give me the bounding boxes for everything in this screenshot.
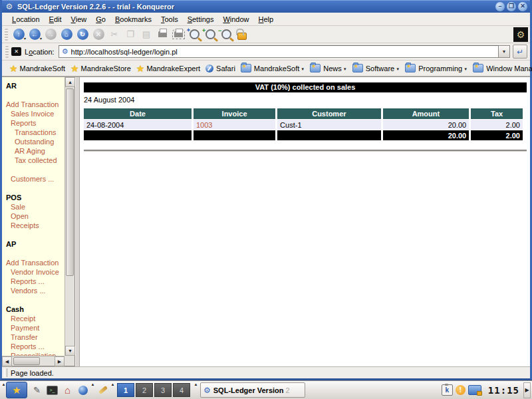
klipper-icon[interactable]: k xyxy=(442,384,453,396)
column-header-invoice[interactable]: Invoice xyxy=(194,108,275,119)
applet-handle[interactable]: ▲ xyxy=(110,382,115,398)
sidebar-item-transactions[interactable]: Transactions xyxy=(6,128,63,137)
pager-desktop-1[interactable]: 1 xyxy=(117,383,134,397)
sidebar-item-tax-collected[interactable]: Tax collected xyxy=(6,156,63,165)
sidebar-item-vendors[interactable]: Vendors ... xyxy=(6,286,63,295)
clear-location-icon[interactable]: ✕ xyxy=(11,47,21,56)
bookmark-folder-window-manager[interactable]: Window Manager▼ xyxy=(471,63,532,73)
update-alert-icon[interactable]: ! xyxy=(456,385,466,395)
print-button[interactable] xyxy=(154,27,170,42)
frame-splitter[interactable] xyxy=(75,77,80,366)
bookmark-mandrakesoft[interactable]: ★MandrakeSoft xyxy=(7,63,68,74)
sidebar-item-add-transaction[interactable]: Add Transaction xyxy=(6,100,63,109)
pager-desktop-4[interactable]: 4 xyxy=(173,383,190,397)
sidebar-item-customers[interactable]: Customers ... xyxy=(6,174,63,184)
bookmark-safari[interactable]: Safari xyxy=(203,64,239,73)
go-button[interactable]: ↵ xyxy=(513,45,527,59)
maximize-button[interactable]: ❐ xyxy=(507,2,516,11)
applet-handle[interactable]: ▲ xyxy=(90,382,95,398)
applet-handle[interactable]: ▲ xyxy=(1,382,6,398)
konqueror-launcher[interactable] xyxy=(76,383,90,398)
menu-go[interactable]: Go xyxy=(91,14,110,25)
bookmark-folder-news[interactable]: News▼ xyxy=(308,63,350,73)
config-tool-launcher[interactable]: ✎ xyxy=(30,383,44,398)
menu-location[interactable]: Location xyxy=(7,14,45,25)
sidebar-item-reports[interactable]: Reports xyxy=(6,118,63,128)
column-header-amount[interactable]: Amount xyxy=(383,108,469,119)
zoom-in-button[interactable]: + xyxy=(202,27,218,42)
column-header-customer[interactable]: Customer xyxy=(277,108,381,119)
home-launcher[interactable]: ⌂ xyxy=(61,383,74,398)
sidebar-item-vendor-invoice[interactable]: Vendor Invoice xyxy=(6,267,63,277)
bookmark-label: Programming xyxy=(418,65,462,72)
menu-tools[interactable]: Tools xyxy=(156,14,183,25)
close-button[interactable]: ✕ xyxy=(518,2,527,11)
menu-bookmarks[interactable]: Bookmarks xyxy=(110,14,156,25)
sidebar-horizontal-scrollbar[interactable]: ◀ ▶ xyxy=(2,356,65,366)
sidebar-item-transfer[interactable]: Transfer xyxy=(6,332,63,342)
bookmark-folder-mandrakesoft[interactable]: MandrakeSoft▼ xyxy=(239,63,308,73)
scroll-track[interactable] xyxy=(65,87,74,346)
scroll-down-icon[interactable]: ▼ xyxy=(65,346,75,356)
task-button-sql-ledger[interactable]: ⚙ SQL-Ledger Version 2 xyxy=(200,382,305,398)
scroll-thumb[interactable] xyxy=(13,357,40,365)
terminal-launcher[interactable]: >_ xyxy=(45,383,59,398)
pager-desktop-2[interactable]: 2 xyxy=(136,383,153,397)
sidebar-item-receipt[interactable]: Receipt xyxy=(6,314,63,323)
desktop-brush-launcher[interactable] xyxy=(96,383,110,398)
home-button[interactable]: ⌂ xyxy=(59,27,74,42)
sidebar-item-ar-aging[interactable]: AR Aging xyxy=(6,146,63,156)
applet-handle[interactable]: ▲ xyxy=(194,382,198,398)
bookmark-mandrakestore[interactable]: ★MandrakeStore xyxy=(68,63,134,74)
scroll-up-icon[interactable]: ▲ xyxy=(65,77,75,87)
display-lock-icon[interactable] xyxy=(468,385,481,395)
sidebar-item-payment[interactable]: Payment xyxy=(6,323,63,332)
scroll-left-icon[interactable]: ◀ xyxy=(2,356,12,366)
sidebar-item-add-transaction-ap[interactable]: Add Transaction xyxy=(6,258,63,267)
sidebar-item-sales-invoice[interactable]: Sales Invoice xyxy=(6,109,63,118)
location-input[interactable]: ⚙ http://localhost/sql-ledger/login.pl xyxy=(59,45,499,58)
sidebar-item-sale[interactable]: Sale xyxy=(6,202,63,211)
k-menu-button[interactable]: ★ xyxy=(6,382,27,398)
minimize-button[interactable]: – xyxy=(495,2,505,11)
sidebar-item-receipts[interactable]: Receipts xyxy=(6,221,63,230)
titlebar[interactable]: ⚙ SQL-Ledger Version 2.2.6 - - trial - K… xyxy=(2,0,530,13)
scroll-right-icon[interactable]: ▶ xyxy=(55,356,65,366)
bookmark-label: MandrakeExpert xyxy=(146,65,200,72)
zoom-out-button[interactable]: − xyxy=(218,27,234,42)
sidebar-item-cash-reports[interactable]: Reports ... xyxy=(6,342,63,351)
reload-button[interactable]: ↻ xyxy=(74,27,90,42)
bookmark-mandrakeexpert[interactable]: ★MandrakeExpert xyxy=(134,63,203,74)
menu-view[interactable]: View xyxy=(66,14,92,25)
bookmark-folder-software[interactable]: Software▼ xyxy=(350,63,403,73)
panel-clock[interactable]: 11:15 xyxy=(488,385,519,396)
table-total-row: 20.00 2.00 xyxy=(84,130,523,140)
bookmark-folder-programming[interactable]: Programming▼ xyxy=(403,63,471,73)
location-dropdown-icon[interactable]: ▼ xyxy=(499,45,510,58)
sidebar-item-open[interactable]: Open xyxy=(6,211,63,221)
up-button[interactable]: ↑▾ xyxy=(11,27,27,42)
menu-settings[interactable]: Settings xyxy=(183,14,219,25)
back-button[interactable]: ←▾ xyxy=(27,27,43,42)
sidebar-item-reconciliation[interactable]: Reconciliation xyxy=(6,351,63,356)
pager-desktop-3[interactable]: 3 xyxy=(154,383,172,397)
invoice-link[interactable]: 1003 xyxy=(196,121,212,129)
menu-help[interactable]: Help xyxy=(254,14,279,25)
menu-window[interactable]: Window xyxy=(218,14,253,25)
url-text[interactable]: http://localhost/sql-ledger/login.pl xyxy=(71,48,497,56)
toolbar-grip[interactable] xyxy=(5,46,9,58)
security-lock-icon[interactable] xyxy=(234,27,250,42)
toolbar-grip[interactable] xyxy=(5,29,8,41)
sidebar-vertical-scrollbar[interactable]: ▲ ▼ xyxy=(65,77,74,356)
print-frame-button[interactable] xyxy=(170,27,186,42)
sidebar-item-outstanding[interactable]: Outstanding xyxy=(6,137,63,146)
sidebar-item-ap-reports[interactable]: Reports ... xyxy=(6,277,63,286)
scroll-track[interactable] xyxy=(12,356,55,366)
find-button[interactable]: ✦ xyxy=(186,27,202,42)
menu-edit[interactable]: Edit xyxy=(45,14,66,25)
column-header-date[interactable]: Date xyxy=(84,108,192,119)
scroll-thumb[interactable] xyxy=(66,88,74,276)
bookmark-label: News xyxy=(323,65,342,72)
panel-hide-arrow-icon[interactable]: ▶ xyxy=(523,382,531,398)
column-header-tax[interactable]: Tax xyxy=(471,108,523,119)
